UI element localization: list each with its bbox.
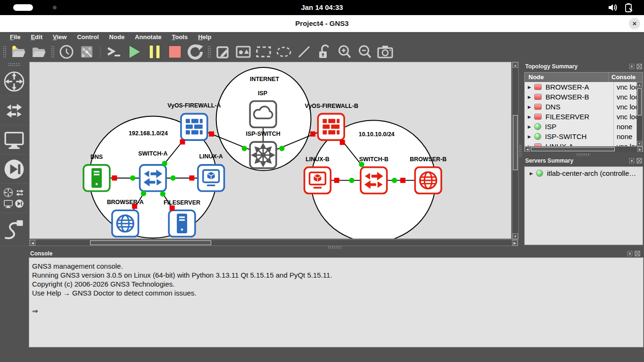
table-hscroll-thumb[interactable] (531, 147, 615, 151)
table-row[interactable]: ▶ ISP-SWITCH none (525, 132, 643, 141)
close-panel-icon[interactable] (635, 251, 640, 256)
menu-node[interactable]: Node (104, 32, 130, 42)
float-panel-icon[interactable] (629, 158, 635, 164)
screenshot-camera-button[interactable] (377, 44, 393, 60)
add-link-button[interactable] (0, 213, 28, 246)
scroll-up-arrow[interactable]: ▲ (512, 62, 518, 68)
servers-summary-title-bar: Servers Summary (523, 156, 644, 166)
toolbar-drag-handle[interactable] (3, 46, 6, 58)
node-isp[interactable] (250, 101, 276, 128)
snapshot-clock-button[interactable] (58, 44, 74, 60)
node-vyos-firewall-a[interactable] (181, 114, 207, 140)
table-header-row: Node Console (525, 73, 643, 82)
expand-arrow-icon[interactable]: ▶ (527, 171, 536, 176)
insert-image-button[interactable] (235, 44, 251, 60)
table-row[interactable]: ▶ BROWSER-B vnc local (525, 92, 643, 102)
zoom-out-button[interactable] (357, 44, 373, 60)
scroll-right-arrow[interactable]: ▶ (637, 147, 643, 152)
node-dns[interactable] (83, 165, 110, 191)
column-header-console[interactable]: Console (609, 73, 643, 82)
lock-unlocked-button[interactable] (316, 44, 332, 60)
stop-all-button[interactable] (167, 44, 183, 60)
scroll-left-arrow[interactable]: ◀ (525, 147, 530, 152)
node-switch-b[interactable] (361, 167, 387, 194)
expand-arrow-icon[interactable]: ▶ (525, 124, 534, 129)
canvas-vertical-scrollbar[interactable]: ▲ ▼ (512, 62, 519, 239)
add-note-button[interactable] (215, 44, 231, 60)
expand-arrow-icon[interactable]: ▶ (525, 95, 534, 99)
table-row[interactable]: ▶ LINUX-A vnc local (525, 141, 643, 146)
draw-rectangle-button[interactable] (256, 44, 272, 60)
status-led (534, 114, 542, 120)
scroll-down-arrow[interactable]: ▼ (512, 233, 518, 239)
server-row[interactable]: ▶ itlab-center-arch (controlle… (525, 169, 643, 177)
node-name: LINUX-A (545, 142, 607, 146)
suspend-all-button[interactable] (147, 44, 163, 60)
topology-canvas[interactable]: INTERNET ISP ISP-SWITCH VyOS-FIREWALL-A … (29, 62, 512, 239)
table-vscroll-thumb[interactable] (637, 88, 642, 115)
float-panel-icon[interactable] (627, 251, 633, 256)
canvas-hscroll-thumb[interactable] (90, 240, 211, 245)
expand-arrow-icon[interactable]: ▶ (525, 134, 534, 139)
window-close-button[interactable]: × (629, 18, 640, 29)
draw-ellipse-button[interactable] (276, 44, 292, 60)
console-output[interactable]: GNS3 management console. Running GNS3 ve… (29, 257, 644, 347)
menu-control[interactable]: Control (72, 32, 104, 42)
close-panel-icon[interactable] (636, 64, 642, 69)
open-project-button[interactable] (10, 44, 26, 60)
node-name: BROWSER-B (545, 93, 607, 101)
table-row[interactable]: ▶ FILESERVER vnc local (525, 112, 643, 122)
dock-splitter-handle[interactable] (519, 145, 522, 157)
table-vertical-scrollbar[interactable]: ▲ ▼ (636, 82, 643, 146)
security-devices-category-button[interactable] (0, 155, 28, 184)
expand-arrow-icon[interactable]: ▶ (525, 85, 534, 90)
node-browser-a[interactable] (112, 210, 139, 237)
float-panel-icon[interactable] (629, 64, 635, 69)
console-all-button[interactable] (106, 44, 122, 60)
table-row[interactable]: ▶ ISP none (525, 122, 643, 132)
scroll-down-arrow[interactable]: ▼ (637, 141, 642, 146)
node-isp-switch[interactable] (250, 142, 276, 168)
expand-arrow-icon[interactable]: ▶ (525, 105, 534, 109)
toolbar-drag-handle[interactable] (207, 46, 211, 58)
sidebar-drag-handle[interactable] (8, 63, 20, 66)
node-switch-a[interactable] (140, 165, 166, 191)
window-title-bar: Project4 - GNS3 × (0, 15, 644, 32)
node-browser-b[interactable] (415, 167, 441, 194)
close-panel-icon[interactable] (636, 158, 642, 164)
routers-category-button[interactable] (0, 67, 28, 96)
menu-edit[interactable]: Edit (25, 32, 48, 42)
status-led (534, 84, 542, 90)
canvas-vscroll-thumb[interactable] (513, 115, 518, 170)
node-name: DNS (545, 103, 607, 111)
node-fileserver[interactable] (169, 210, 195, 237)
zoom-in-button[interactable] (337, 44, 353, 60)
reload-all-button[interactable] (187, 44, 203, 60)
expand-arrow-icon[interactable]: ▶ (525, 115, 534, 119)
node-linux-b[interactable] (305, 167, 331, 194)
open-folder-button[interactable] (31, 44, 47, 60)
draw-line-button[interactable] (296, 44, 312, 60)
menu-file[interactable]: File (5, 32, 25, 42)
end-devices-category-button[interactable] (0, 125, 28, 155)
menu-help[interactable]: Help (193, 32, 216, 42)
node-vyos-firewall-b[interactable] (318, 114, 344, 140)
menu-annotate[interactable]: Annotate (130, 32, 166, 42)
table-row[interactable]: ▶ BROWSER-A vnc local (525, 82, 643, 92)
menu-view[interactable]: View (48, 32, 72, 42)
start-all-button[interactable] (126, 44, 142, 60)
menu-tools[interactable]: Tools (166, 32, 193, 42)
scroll-left-arrow[interactable]: ◀ (30, 240, 35, 246)
topology-summary-title-bar: Topology Summary (523, 62, 644, 72)
table-horizontal-scrollbar[interactable]: ◀ ▶ (525, 146, 643, 152)
node-linux-a[interactable] (198, 165, 224, 191)
column-header-node[interactable]: Node (525, 73, 609, 82)
scroll-right-arrow[interactable]: ▶ (512, 240, 518, 246)
toolbar-drag-handle[interactable] (51, 46, 54, 58)
table-row[interactable]: ▶ DNS vnc local (525, 102, 643, 112)
switches-category-button[interactable] (0, 96, 28, 125)
scroll-up-arrow[interactable]: ▲ (637, 82, 642, 87)
all-devices-category-button[interactable] (0, 184, 28, 213)
interface-labels-button[interactable]: a c b (79, 44, 95, 60)
canvas-horizontal-scrollbar[interactable]: ◀ ▶ (29, 239, 518, 246)
